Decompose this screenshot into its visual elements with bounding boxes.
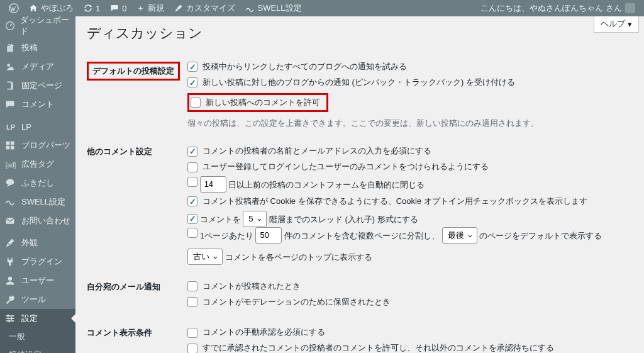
- comments-per-page-input[interactable]: [255, 227, 282, 244]
- checkbox[interactable]: [187, 214, 197, 224]
- sidebar-item-label: ツール: [21, 294, 46, 305]
- checkbox[interactable]: [187, 162, 197, 172]
- site-name: やぼぶろ: [41, 3, 74, 14]
- swell-settings[interactable]: SWELL設定: [240, 0, 306, 16]
- menu-icon: [5, 43, 16, 53]
- chevron-down-icon: ▾: [628, 20, 632, 29]
- svg-rect-16: [9, 320, 10, 323]
- svg-rect-7: [11, 146, 14, 150]
- section-heading-email: 自分宛のメール通知: [87, 271, 187, 318]
- opt-require-name-email[interactable]: コメントの投稿者の名前とメールアドレスの入力を必須にする: [187, 145, 633, 158]
- comment-order-select[interactable]: 古い: [187, 249, 223, 265]
- help-tab[interactable]: ヘルプ ▾: [594, 16, 639, 33]
- opt-manual-approve[interactable]: コメントの手動承認を必須にする: [187, 326, 633, 339]
- sidebar-item-label: お問い合わせ: [21, 215, 70, 227]
- opt-require-login[interactable]: ユーザー登録してログインしたユーザーのみコメントをつけられるようにする: [187, 160, 633, 174]
- sidebar-item[interactable]: メディア: [0, 57, 75, 76]
- svg-point-10: [8, 277, 12, 281]
- home-icon: [29, 4, 38, 13]
- opt-allow-pingback[interactable]: 新しい投稿に対し他のブログからの通知 (ピンバック・トラックバック) を受け付け…: [187, 76, 633, 89]
- menu-icon: [5, 313, 16, 323]
- help-label: ヘルプ: [601, 19, 625, 30]
- svg-rect-13: [6, 320, 14, 322]
- sidebar-item[interactable]: 設定: [0, 309, 75, 328]
- sidebar-item[interactable]: ダッシュボード: [0, 16, 75, 35]
- opt-cookie-optin[interactable]: コメント投稿者が Cookie を保存できるようにする、Cookie オプトイン…: [187, 195, 633, 208]
- sidebar-item-label: ブログパーツ: [21, 140, 70, 151]
- opt-thread-depth: コメントを 5 階層までのスレッド (入れ子) 形式にする: [187, 211, 633, 227]
- menu-icon: [5, 197, 16, 207]
- greeting-label: こんにちは、やぬさんぽんちゃん さん: [480, 3, 622, 14]
- checkbox[interactable]: [187, 62, 197, 72]
- default-page-select[interactable]: 最後: [442, 227, 477, 244]
- sidebar-item-label: ユーザー: [21, 275, 54, 286]
- sidebar-item[interactable]: ツール: [0, 290, 75, 309]
- sidebar-item[interactable]: コメント: [0, 95, 75, 114]
- sidebar-item[interactable]: 投稿: [0, 38, 75, 57]
- close-days-input[interactable]: [200, 176, 226, 193]
- menu-icon: [5, 216, 16, 226]
- menu-icon: [5, 62, 16, 72]
- updates[interactable]: 1: [79, 0, 105, 16]
- sidebar-item-label: プラグイン: [21, 256, 62, 267]
- opt-prev-approved[interactable]: すでに承認されたコメントの投稿者のコメントを許可し、それ以外のコメントを承認待ち…: [187, 342, 633, 353]
- checkbox[interactable]: [187, 344, 197, 353]
- checkbox[interactable]: [187, 77, 197, 87]
- section-heading-other-comment: 他のコメント設定: [87, 136, 187, 271]
- plus-icon: ＋: [136, 3, 145, 14]
- svg-point-8: [6, 179, 14, 186]
- section-heading-default-post: デフォルトの投稿設定: [87, 62, 180, 81]
- menu-icon: [ad]: [5, 160, 16, 169]
- section-heading-before-appear: コメント表示条件: [87, 317, 187, 353]
- sidebar-item[interactable]: お問い合わせ: [0, 211, 75, 230]
- sidebar-item[interactable]: ユーザー: [0, 271, 75, 290]
- refresh-icon: [84, 4, 92, 13]
- sidebar-item[interactable]: 固定ページ: [0, 76, 75, 95]
- menu-icon: [5, 276, 16, 286]
- sidebar-item-label: 投稿: [21, 42, 38, 53]
- opt-notify-linked-blogs[interactable]: 投稿中からリンクしたすべてのブログへの通知を試みる: [187, 60, 633, 74]
- sidebar-item-label: 広告タグ: [21, 159, 54, 170]
- opt-email-on-moderation[interactable]: コメントがモデレーションのために保留されたとき: [187, 296, 633, 309]
- checkbox[interactable]: [187, 177, 197, 187]
- new-label: 新規: [148, 3, 164, 14]
- checkbox[interactable]: [187, 147, 197, 157]
- opt-allow-comments[interactable]: 新しい投稿へのコメントを許可: [191, 96, 320, 109]
- sidebar-subitem[interactable]: 一般: [0, 328, 75, 346]
- svg-rect-3: [6, 82, 11, 89]
- sidebar-item[interactable]: ふきだし: [0, 174, 75, 193]
- new-content[interactable]: ＋ 新規: [131, 0, 169, 16]
- sidebar-item[interactable]: SWELL設定: [0, 193, 75, 211]
- default-post-description: 個々の投稿は、この設定を上書きできます。ここでの変更は、新しい投稿にのみ適用され…: [187, 117, 633, 130]
- site-home[interactable]: やぼぶろ: [24, 0, 79, 16]
- sidebar-subitem[interactable]: 投稿設定: [0, 346, 75, 353]
- sidebar-item[interactable]: [ad]広告タグ: [0, 155, 75, 174]
- wp-logo[interactable]: [4, 0, 24, 16]
- menu-icon: LP: [5, 122, 16, 132]
- checkbox[interactable]: [187, 328, 197, 338]
- checkbox[interactable]: [187, 228, 197, 238]
- checkbox[interactable]: [191, 98, 201, 108]
- sidebar-item[interactable]: ブログパーツ: [0, 136, 75, 155]
- svg-rect-9: [6, 218, 14, 224]
- comments[interactable]: 0: [105, 0, 131, 16]
- checkbox[interactable]: [187, 281, 197, 291]
- sidebar-item[interactable]: LPLP: [0, 117, 75, 136]
- svg-rect-12: [6, 318, 14, 319]
- opt-email-on-comment[interactable]: コメントが投稿されたとき: [187, 280, 633, 293]
- opt-close-old-comments: 日以上前の投稿のコメントフォームを自動的に閉じる: [187, 176, 633, 193]
- customize-label: カスタマイズ: [186, 3, 235, 14]
- checkbox[interactable]: [187, 196, 197, 206]
- menu-icon: [5, 21, 15, 31]
- menu-icon: [5, 178, 16, 188]
- swell-label: SWELL設定: [257, 3, 301, 14]
- customize[interactable]: カスタマイズ: [169, 0, 240, 16]
- sidebar-item[interactable]: プラグイン: [0, 252, 75, 271]
- checkbox[interactable]: [187, 297, 197, 307]
- thread-depth-select[interactable]: 5: [243, 211, 267, 227]
- my-account[interactable]: こんにちは、やぬさんぽんちゃん さん: [475, 0, 640, 16]
- comment-icon: [110, 4, 119, 13]
- sidebar-item[interactable]: 外観: [0, 233, 75, 252]
- sidebar-item-label: メディア: [21, 61, 54, 72]
- svg-rect-14: [8, 315, 9, 318]
